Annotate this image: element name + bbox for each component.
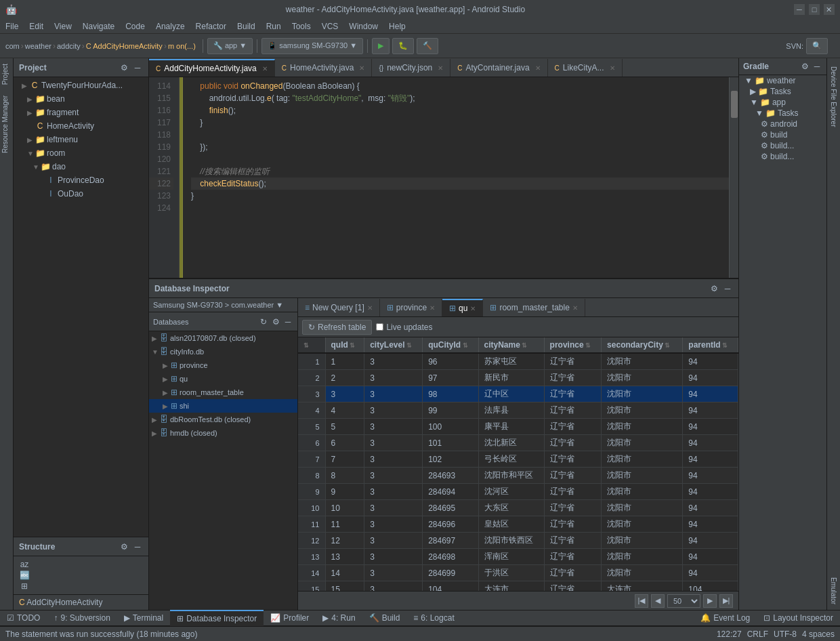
table-row[interactable]: 6 6 3 101 沈北新区 辽宁省 沈阳市 94 [298,435,738,451]
menu-view[interactable]: View [49,20,77,33]
structure-minimize-btn[interactable]: ─ [132,541,143,552]
tab-close-btn[interactable]: ✕ [262,65,268,73]
app-dropdown[interactable]: 🔧 app ▼ [207,38,253,54]
table-row[interactable]: 9 9 3 284694 沈河区 辽宁省 沈阳市 94 [298,484,738,500]
menu-build[interactable]: Build [232,20,261,33]
table-row[interactable]: 7 7 3 102 弓长岭区 辽宁省 沈阳市 94 [298,451,738,468]
editor-tab-newcity[interactable]: {} newCity.json ✕ [372,59,450,77]
tree-item-oudao[interactable]: ▶ I OuDao [14,187,148,201]
bottom-tab-dbinspector[interactable]: ⊞ Database Inspector [170,610,264,626]
tab-close-icon[interactable]: ✕ [572,304,578,312]
editor-tab-atycontainer[interactable]: C AtyContainer.java ✕ [450,59,547,77]
bottom-tab-layoutinspector[interactable]: ⊡ Layout Inspector [757,610,840,626]
tab-close-icon[interactable]: ✕ [429,304,435,312]
build-btn[interactable]: 🔨 [417,38,438,54]
menu-code[interactable]: Code [120,20,150,33]
tree-item-dao[interactable]: ▼ 📁 dao [14,160,148,173]
table-row[interactable]: 14 14 3 284699 于洪区 辽宁省 沈阳市 94 [298,565,738,581]
db-tree-dbroomtest[interactable]: ▶ 🗄 dbRoomTest.db (closed) [149,413,297,426]
debug-btn[interactable]: 🐛 [392,38,414,54]
db-settings-btn2[interactable]: ⚙ [270,316,281,327]
gradle-item-build2[interactable]: ⚙ build... [739,140,826,151]
device-file-explorer-tab[interactable]: Device File Explorer [828,61,839,132]
tree-item-bean[interactable]: ▶ 📁 bean [14,92,148,106]
last-page-btn[interactable]: ▶| [719,594,733,608]
editor-tab-likecity[interactable]: C LikeCityA... ✕ [548,59,623,77]
gradle-settings-btn[interactable]: ⚙ [799,61,810,72]
breadcrumb-class[interactable]: C AddCityHomeActivity [86,42,163,50]
emulator-tab[interactable]: Emulator [828,572,839,610]
table-row[interactable]: 13 13 3 284698 浑南区 辽宁省 沈阳市 94 [298,549,738,565]
menu-run[interactable]: Run [261,20,287,33]
col-header-citylevel[interactable]: cityLevel [364,337,423,353]
breadcrumb-com[interactable]: com [5,42,20,50]
col-header-rownum[interactable] [298,337,325,353]
col-header-secondarycity[interactable]: secondaryCity [602,337,683,353]
menu-vcs[interactable]: VCS [316,20,344,33]
gradle-item-weather[interactable]: ▼ 📁 weather [739,75,826,86]
tab-close-btn[interactable]: ✕ [535,64,541,72]
col-header-quid[interactable]: quId [325,337,364,353]
prev-page-btn[interactable]: ◀ [651,594,665,608]
menu-edit[interactable]: Edit [24,20,49,33]
table-row[interactable]: 10 10 3 284695 大东区 辽宁省 沈阳市 94 [298,500,738,516]
col-header-qucityid[interactable]: quCityId [423,337,478,353]
minimize-btn[interactable]: ─ [794,4,805,15]
db-tab-newquery[interactable]: ≡ New Query [1] ✕ [298,299,380,316]
editor-scrollbar[interactable] [729,77,738,278]
menu-analyze[interactable]: Analyze [150,20,190,33]
gradle-item-build3[interactable]: ⚙ build... [739,151,826,162]
tab-close-icon[interactable]: ✕ [470,305,476,312]
page-size-select[interactable]: 50 100 200 [667,594,700,608]
scrollbar-thumb[interactable] [731,91,738,118]
editor-tab-homeactivity[interactable]: C HomeActivity.java ✕ [275,59,373,77]
bottom-tab-eventlog[interactable]: 🔔 Event Log [694,610,757,626]
tree-item-leftmenu[interactable]: ▶ 📁 leftmenu [14,133,148,146]
gradle-item-tasks2[interactable]: ▼ 📁 Tasks [739,108,826,119]
db-tab-roommaster[interactable]: ⊞ room_master_table ✕ [483,299,585,316]
bottom-tab-build[interactable]: 🔨 Build [362,610,407,626]
db-tree-province[interactable]: ▶ ⊞ province [149,358,297,372]
table-row[interactable]: 15 15 3 104 大连市 辽宁省 大连市 104 [298,581,738,592]
table-row[interactable]: 11 11 3 284696 皇姑区 辽宁省 沈阳市 94 [298,516,738,533]
tree-item-room[interactable]: ▼ 📁 room [14,146,148,160]
db-settings-btn[interactable]: ⚙ [709,283,719,294]
db-tab-province[interactable]: ⊞ province ✕ [380,299,442,316]
gradle-minimize-btn[interactable]: ─ [812,61,822,72]
db-table-container[interactable]: quId cityLevel quCityId cityName provinc… [298,337,738,591]
db-refresh-btn[interactable]: ↻ [258,316,269,327]
table-row[interactable]: 1 1 3 96 苏家屯区 辽宁省 沈阳市 94 [298,353,738,370]
db-sidebar-minimize-btn[interactable]: ─ [282,316,293,327]
table-row[interactable]: 5 5 3 100 康平县 辽宁省 沈阳市 94 [298,419,738,435]
bottom-tab-terminal[interactable]: ▶ Terminal [117,610,170,626]
gradle-item-android[interactable]: ⚙ android [739,119,826,129]
tree-item-provincedao[interactable]: ▶ I ProvinceDao [14,173,148,187]
bottom-tab-subversion[interactable]: ↑ 9: Subversion [47,610,117,626]
db-tree-alsn[interactable]: ▶ 🗄 alsn20170807.db (closed) [149,331,297,345]
menu-window[interactable]: Window [343,20,383,33]
first-page-btn[interactable]: |◀ [635,594,648,608]
next-page-btn[interactable]: ▶ [703,594,717,608]
menu-tools[interactable]: Tools [287,20,316,33]
table-row[interactable]: 4 4 3 99 法库县 辽宁省 沈阳市 94 [298,402,738,419]
structure-settings-btn[interactable]: ⚙ [119,541,129,552]
menu-refactor[interactable]: Refactor [190,20,232,33]
menu-navigate[interactable]: Navigate [77,20,120,33]
refresh-table-btn[interactable]: ↻ Refresh table [302,320,372,335]
menu-help[interactable]: Help [383,20,411,33]
sort-alpha-btn[interactable]: az [19,559,30,570]
tab-close-icon[interactable]: ✕ [367,304,373,312]
project-side-tab[interactable]: Project [0,58,13,90]
breadcrumb-method[interactable]: m on(...) [168,42,196,50]
db-tree-shi[interactable]: ▶ ⊞ shi [149,399,297,413]
resource-manager-tab[interactable]: Resource Manager [0,90,13,159]
gradle-item-app[interactable]: ▼ 📁 app [739,97,826,108]
tab-close-btn[interactable]: ✕ [359,64,364,72]
code-lines[interactable]: public void onChanged(Boolean aBoolean) … [183,77,729,278]
db-tab-qu[interactable]: ⊞ qu ✕ [442,299,483,316]
breadcrumb-addcity[interactable]: addcity [57,42,81,50]
db-tree-hmdb[interactable]: ▶ 🗄 hmdb (closed) [149,426,297,440]
sort-type-btn[interactable]: 🔤 [19,570,30,581]
tree-item-twentyfour[interactable]: ▶ C TwentyFourHourAda... [14,79,148,92]
tree-item-fragment[interactable]: ▶ 📁 fragment [14,106,148,119]
